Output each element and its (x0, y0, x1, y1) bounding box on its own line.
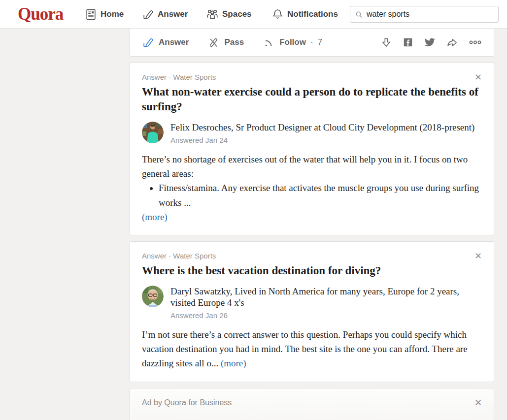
downvote-button[interactable] (380, 36, 392, 48)
question-title[interactable]: Where is the best vacation destination f… (142, 263, 482, 278)
share-arrow-icon (446, 36, 458, 49)
nav-item-label: Notifications (287, 9, 338, 19)
author-row: Felix Desroches, Sr Product Designer at … (142, 122, 482, 144)
answer-button-label: Answer (159, 37, 189, 47)
answer-body: There’s no shortage of exercises out of … (142, 152, 482, 224)
downvote-icon (380, 36, 392, 48)
search-icon (355, 10, 363, 19)
avatar-image-daryl (142, 286, 164, 307)
avatar-image-felix (142, 122, 164, 143)
answer-excerpt: I’m not sure there’s a correct answer to… (142, 329, 468, 369)
nav-item-label: Spaces (222, 9, 252, 19)
answer-button[interactable]: Answer (142, 36, 189, 49)
close-icon[interactable]: ✕ (474, 252, 482, 260)
author-row: Daryl Sawatzky, Lived in North America f… (142, 286, 482, 320)
quora-logo[interactable]: Quora (18, 4, 63, 24)
ad-label: Ad by Quora for Business (142, 398, 232, 407)
twitter-icon (424, 36, 436, 48)
author-name[interactable]: Daryl Sawatzky, Lived in North America f… (170, 286, 482, 308)
search-input[interactable] (367, 10, 494, 19)
spaces-people-icon (206, 8, 219, 21)
question-action-bar: Answer Pass Follow · 7 (130, 29, 494, 57)
nav-item-label: Home (101, 9, 124, 19)
search-box (350, 6, 499, 23)
question-title[interactable]: What non-water exercise could a person d… (142, 85, 482, 115)
nav-item-answer[interactable]: Answer (142, 0, 188, 29)
more-link[interactable]: (more) (221, 358, 246, 368)
answer-paragraph: I’m not sure there’s a correct answer to… (142, 327, 482, 371)
avatar[interactable] (142, 122, 164, 143)
avatar[interactable] (142, 286, 164, 307)
nav-item-home[interactable]: Home (85, 0, 124, 29)
card-meta: Answer · Water Sports (142, 252, 216, 260)
author-block: Felix Desroches, Sr Product Designer at … (170, 122, 474, 144)
answered-date: Answered Jan 26 (170, 311, 482, 320)
close-icon[interactable]: ✕ (474, 73, 482, 82)
feed-column: Answer Pass Follow · 7 (130, 29, 494, 420)
follow-separator: · (310, 37, 313, 47)
answer-card-surfing: Answer · Water Sports ✕ What non-water e… (130, 63, 494, 235)
share-button[interactable] (446, 36, 458, 49)
facebook-share-button[interactable] (403, 37, 413, 48)
facebook-icon (403, 37, 413, 48)
nav-item-notifications[interactable]: Notifications (271, 0, 338, 29)
more-options-button[interactable] (469, 36, 482, 48)
answer-bullet: Fitness/stamina. Any exercise that activ… (159, 181, 482, 210)
nav-item-label: Answer (158, 9, 188, 19)
answered-date: Answered Jan 24 (170, 136, 474, 144)
twitter-share-button[interactable] (424, 36, 436, 48)
close-icon[interactable]: ✕ (474, 398, 482, 407)
more-dots-icon (469, 36, 482, 48)
home-icon (85, 8, 97, 21)
nav-item-spaces[interactable]: Spaces (206, 0, 252, 29)
follow-count: 7 (318, 37, 322, 47)
author-block: Daryl Sawatzky, Lived in North America f… (170, 286, 482, 320)
card-meta: Answer · Water Sports (142, 73, 216, 81)
follow-rss-icon (263, 36, 275, 49)
answer-pencil-icon (142, 36, 154, 49)
author-name[interactable]: Felix Desroches, Sr Product Designer at … (170, 122, 474, 133)
ad-card: Ad by Quora for Business ✕ (130, 388, 494, 420)
follow-button[interactable]: Follow · 7 (263, 36, 322, 49)
more-link[interactable]: (more) (142, 212, 168, 222)
pass-button-label: Pass (224, 37, 244, 47)
answer-paragraph: There’s no shortage of exercises out of … (142, 152, 482, 181)
answer-body: I’m not sure there’s a correct answer to… (142, 327, 482, 371)
bell-icon (271, 8, 284, 21)
pass-crossed-pencil-icon (207, 36, 220, 49)
action-buttons: Answer Pass Follow · 7 (142, 36, 322, 49)
pass-button[interactable]: Pass (207, 36, 244, 49)
top-nav: Quora Home Answer Spaces (0, 0, 507, 29)
follow-button-label: Follow (279, 37, 306, 47)
answer-card-diving: Answer · Water Sports ✕ Where is the bes… (130, 241, 494, 382)
share-buttons (380, 36, 482, 49)
answer-pencil-icon (142, 8, 154, 21)
